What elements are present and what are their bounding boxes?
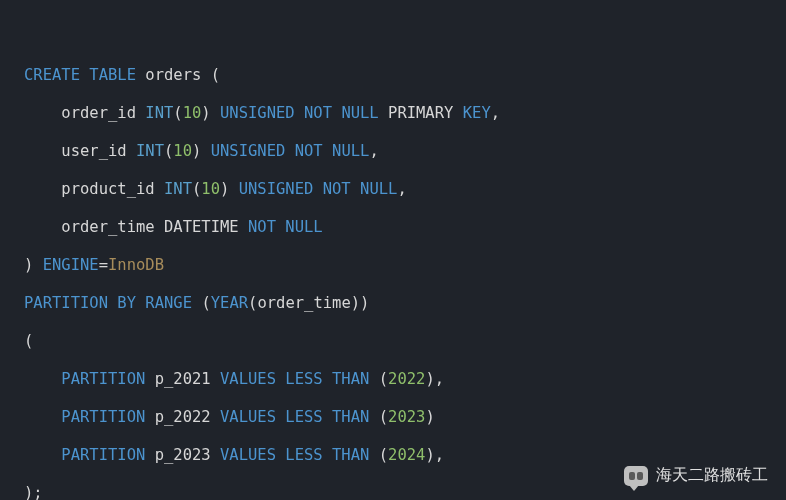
code-line-3: user_id INT(10) UNSIGNED NOT NULL, <box>24 142 379 160</box>
watermark: 海天二路搬砖工 <box>624 465 768 486</box>
code-line-8: ( <box>24 332 33 350</box>
code-line-5: order_time DATETIME NOT NULL <box>24 218 323 236</box>
code-line-2: order_id INT(10) UNSIGNED NOT NULL PRIMA… <box>24 104 500 122</box>
code-line-4: product_id INT(10) UNSIGNED NOT NULL, <box>24 180 407 198</box>
code-line-1: CREATE TABLE orders ( <box>24 66 220 84</box>
code-line-7: PARTITION BY RANGE (YEAR(order_time)) <box>24 294 369 312</box>
code-line-12: ); <box>24 484 43 500</box>
code-line-9: PARTITION p_2021 VALUES LESS THAN (2022)… <box>24 370 444 388</box>
watermark-text: 海天二路搬砖工 <box>656 465 768 486</box>
code-line-11: PARTITION p_2023 VALUES LESS THAN (2024)… <box>24 446 444 464</box>
sql-code-block: CREATE TABLE orders ( order_id INT(10) U… <box>24 18 766 500</box>
wechat-icon <box>624 466 648 486</box>
code-line-6: ) ENGINE=InnoDB <box>24 256 164 274</box>
code-line-10: PARTITION p_2022 VALUES LESS THAN (2023) <box>24 408 435 426</box>
